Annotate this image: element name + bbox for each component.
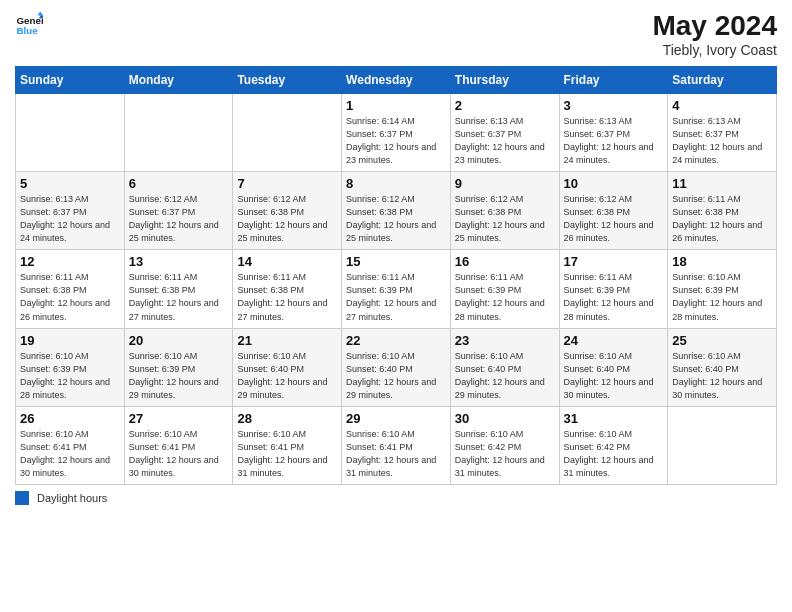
day-info: Sunrise: 6:13 AMSunset: 6:37 PMDaylight:…	[20, 193, 120, 245]
day-number: 24	[564, 333, 664, 348]
day-number: 5	[20, 176, 120, 191]
day-cell: 2Sunrise: 6:13 AMSunset: 6:37 PMDaylight…	[450, 94, 559, 172]
day-cell: 4Sunrise: 6:13 AMSunset: 6:37 PMDaylight…	[668, 94, 777, 172]
day-number: 8	[346, 176, 446, 191]
week-row-2: 5Sunrise: 6:13 AMSunset: 6:37 PMDaylight…	[16, 172, 777, 250]
day-info: Sunrise: 6:10 AMSunset: 6:41 PMDaylight:…	[129, 428, 229, 480]
day-info: Sunrise: 6:10 AMSunset: 6:42 PMDaylight:…	[455, 428, 555, 480]
day-header-monday: Monday	[124, 67, 233, 94]
day-cell: 14Sunrise: 6:11 AMSunset: 6:38 PMDayligh…	[233, 250, 342, 328]
footer: Daylight hours	[15, 491, 777, 505]
day-info: Sunrise: 6:10 AMSunset: 6:40 PMDaylight:…	[564, 350, 664, 402]
day-number: 19	[20, 333, 120, 348]
day-info: Sunrise: 6:10 AMSunset: 6:41 PMDaylight:…	[346, 428, 446, 480]
day-cell: 1Sunrise: 6:14 AMSunset: 6:37 PMDaylight…	[342, 94, 451, 172]
day-cell	[668, 406, 777, 484]
day-number: 15	[346, 254, 446, 269]
day-number: 25	[672, 333, 772, 348]
day-cell: 9Sunrise: 6:12 AMSunset: 6:38 PMDaylight…	[450, 172, 559, 250]
day-info: Sunrise: 6:10 AMSunset: 6:41 PMDaylight:…	[237, 428, 337, 480]
day-number: 9	[455, 176, 555, 191]
page-container: General Blue May 2024 Tiebly, Ivory Coas…	[0, 0, 792, 515]
day-cell: 5Sunrise: 6:13 AMSunset: 6:37 PMDaylight…	[16, 172, 125, 250]
day-cell: 27Sunrise: 6:10 AMSunset: 6:41 PMDayligh…	[124, 406, 233, 484]
day-cell	[124, 94, 233, 172]
day-cell: 8Sunrise: 6:12 AMSunset: 6:38 PMDaylight…	[342, 172, 451, 250]
day-info: Sunrise: 6:10 AMSunset: 6:40 PMDaylight:…	[672, 350, 772, 402]
day-number: 20	[129, 333, 229, 348]
day-cell: 25Sunrise: 6:10 AMSunset: 6:40 PMDayligh…	[668, 328, 777, 406]
daylight-label: Daylight hours	[37, 492, 107, 504]
day-info: Sunrise: 6:10 AMSunset: 6:41 PMDaylight:…	[20, 428, 120, 480]
day-number: 28	[237, 411, 337, 426]
day-number: 21	[237, 333, 337, 348]
day-header-sunday: Sunday	[16, 67, 125, 94]
day-header-friday: Friday	[559, 67, 668, 94]
day-number: 29	[346, 411, 446, 426]
day-number: 22	[346, 333, 446, 348]
day-cell	[16, 94, 125, 172]
day-info: Sunrise: 6:13 AMSunset: 6:37 PMDaylight:…	[564, 115, 664, 167]
week-row-4: 19Sunrise: 6:10 AMSunset: 6:39 PMDayligh…	[16, 328, 777, 406]
day-cell: 11Sunrise: 6:11 AMSunset: 6:38 PMDayligh…	[668, 172, 777, 250]
day-cell: 21Sunrise: 6:10 AMSunset: 6:40 PMDayligh…	[233, 328, 342, 406]
day-number: 14	[237, 254, 337, 269]
location: Tiebly, Ivory Coast	[652, 42, 777, 58]
day-cell	[233, 94, 342, 172]
day-cell: 19Sunrise: 6:10 AMSunset: 6:39 PMDayligh…	[16, 328, 125, 406]
day-number: 4	[672, 98, 772, 113]
day-cell: 24Sunrise: 6:10 AMSunset: 6:40 PMDayligh…	[559, 328, 668, 406]
logo-icon: General Blue	[15, 10, 43, 38]
day-info: Sunrise: 6:12 AMSunset: 6:38 PMDaylight:…	[564, 193, 664, 245]
day-cell: 30Sunrise: 6:10 AMSunset: 6:42 PMDayligh…	[450, 406, 559, 484]
day-number: 27	[129, 411, 229, 426]
day-info: Sunrise: 6:13 AMSunset: 6:37 PMDaylight:…	[672, 115, 772, 167]
day-cell: 3Sunrise: 6:13 AMSunset: 6:37 PMDaylight…	[559, 94, 668, 172]
day-info: Sunrise: 6:12 AMSunset: 6:38 PMDaylight:…	[346, 193, 446, 245]
day-cell: 16Sunrise: 6:11 AMSunset: 6:39 PMDayligh…	[450, 250, 559, 328]
day-number: 3	[564, 98, 664, 113]
day-number: 7	[237, 176, 337, 191]
day-info: Sunrise: 6:11 AMSunset: 6:38 PMDaylight:…	[20, 271, 120, 323]
day-cell: 28Sunrise: 6:10 AMSunset: 6:41 PMDayligh…	[233, 406, 342, 484]
day-cell: 31Sunrise: 6:10 AMSunset: 6:42 PMDayligh…	[559, 406, 668, 484]
day-number: 17	[564, 254, 664, 269]
day-number: 12	[20, 254, 120, 269]
header: General Blue May 2024 Tiebly, Ivory Coas…	[15, 10, 777, 58]
day-number: 6	[129, 176, 229, 191]
calendar-table: SundayMondayTuesdayWednesdayThursdayFrid…	[15, 66, 777, 485]
week-row-1: 1Sunrise: 6:14 AMSunset: 6:37 PMDaylight…	[16, 94, 777, 172]
day-number: 31	[564, 411, 664, 426]
day-info: Sunrise: 6:11 AMSunset: 6:38 PMDaylight:…	[237, 271, 337, 323]
week-row-3: 12Sunrise: 6:11 AMSunset: 6:38 PMDayligh…	[16, 250, 777, 328]
day-cell: 17Sunrise: 6:11 AMSunset: 6:39 PMDayligh…	[559, 250, 668, 328]
day-header-tuesday: Tuesday	[233, 67, 342, 94]
day-info: Sunrise: 6:10 AMSunset: 6:39 PMDaylight:…	[129, 350, 229, 402]
day-number: 11	[672, 176, 772, 191]
day-cell: 6Sunrise: 6:12 AMSunset: 6:37 PMDaylight…	[124, 172, 233, 250]
day-info: Sunrise: 6:10 AMSunset: 6:39 PMDaylight:…	[20, 350, 120, 402]
day-info: Sunrise: 6:12 AMSunset: 6:37 PMDaylight:…	[129, 193, 229, 245]
day-info: Sunrise: 6:11 AMSunset: 6:38 PMDaylight:…	[672, 193, 772, 245]
day-cell: 20Sunrise: 6:10 AMSunset: 6:39 PMDayligh…	[124, 328, 233, 406]
calendar-header-row: SundayMondayTuesdayWednesdayThursdayFrid…	[16, 67, 777, 94]
day-number: 13	[129, 254, 229, 269]
day-cell: 13Sunrise: 6:11 AMSunset: 6:38 PMDayligh…	[124, 250, 233, 328]
day-number: 26	[20, 411, 120, 426]
day-number: 10	[564, 176, 664, 191]
day-header-saturday: Saturday	[668, 67, 777, 94]
day-info: Sunrise: 6:13 AMSunset: 6:37 PMDaylight:…	[455, 115, 555, 167]
day-info: Sunrise: 6:10 AMSunset: 6:39 PMDaylight:…	[672, 271, 772, 323]
day-info: Sunrise: 6:12 AMSunset: 6:38 PMDaylight:…	[237, 193, 337, 245]
day-number: 18	[672, 254, 772, 269]
day-info: Sunrise: 6:11 AMSunset: 6:38 PMDaylight:…	[129, 271, 229, 323]
day-info: Sunrise: 6:10 AMSunset: 6:40 PMDaylight:…	[346, 350, 446, 402]
day-cell: 26Sunrise: 6:10 AMSunset: 6:41 PMDayligh…	[16, 406, 125, 484]
day-cell: 10Sunrise: 6:12 AMSunset: 6:38 PMDayligh…	[559, 172, 668, 250]
day-info: Sunrise: 6:11 AMSunset: 6:39 PMDaylight:…	[564, 271, 664, 323]
day-number: 2	[455, 98, 555, 113]
day-number: 16	[455, 254, 555, 269]
day-info: Sunrise: 6:11 AMSunset: 6:39 PMDaylight:…	[455, 271, 555, 323]
day-number: 23	[455, 333, 555, 348]
day-cell: 18Sunrise: 6:10 AMSunset: 6:39 PMDayligh…	[668, 250, 777, 328]
